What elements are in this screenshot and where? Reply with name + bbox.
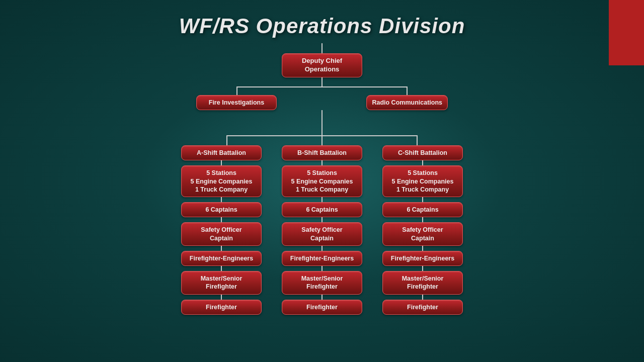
deputy-chief-box: Deputy ChiefOperations [282, 53, 362, 77]
a-master-senior-box: Master/SeniorFirefighter [181, 271, 262, 295]
b-firefighter-engineers-box: Firefighter-Engineers [282, 251, 362, 266]
b-master-senior-box: Master/SeniorFirefighter [282, 271, 362, 295]
a-firefighter-box: Firefighter [181, 300, 262, 315]
c-captains-box: 6 Captains [382, 202, 463, 217]
c-firefighter-box: Firefighter [382, 300, 463, 315]
c-firefighter-engineers-box: Firefighter-Engineers [382, 251, 463, 266]
a-stations-box: 5 Stations5 Engine Companies1 Truck Comp… [181, 165, 262, 197]
b-shift-battalion-box: B-Shift Battalion [282, 145, 362, 160]
b-firefighter-box: Firefighter [282, 300, 362, 315]
battalions-row: A-Shift Battalion 5 Stations5 Engine Com… [176, 145, 468, 315]
c-master-senior-box: Master/SeniorFirefighter [382, 271, 463, 295]
connector-deputy-down [321, 43, 323, 53]
page-title: WF/RS Operations Division [0, 0, 644, 38]
connector-mid-down [176, 110, 468, 125]
c-shift-col: C-Shift Battalion 5 Stations5 Engine Com… [377, 145, 468, 315]
fire-investigations-box: Fire Investigations [196, 95, 277, 110]
b-captains-box: 6 Captains [282, 202, 362, 217]
connector-bat-split [176, 125, 468, 145]
org-chart: Deputy ChiefOperations Fire Investigatio… [0, 43, 644, 315]
c-shift-battalion-box: C-Shift Battalion [382, 145, 463, 160]
radio-communications-box: Radio Communications [366, 95, 448, 110]
connector-side-split [196, 77, 448, 95]
a-shift-battalion-box: A-Shift Battalion [181, 145, 262, 160]
b-stations-box: 5 Stations5 Engine Companies1 Truck Comp… [282, 165, 362, 197]
c-stations-box: 5 Stations5 Engine Companies1 Truck Comp… [382, 165, 463, 197]
a-captains-box: 6 Captains [181, 202, 262, 217]
corner-accent [609, 0, 644, 65]
a-safety-officer-box: Safety OfficerCaptain [181, 222, 262, 246]
c-safety-officer-box: Safety OfficerCaptain [382, 222, 463, 246]
b-shift-col: B-Shift Battalion 5 Stations5 Engine Com… [277, 145, 367, 315]
b-safety-officer-box: Safety OfficerCaptain [282, 222, 362, 246]
a-firefighter-engineers-box: Firefighter-Engineers [181, 251, 262, 266]
a-shift-col: A-Shift Battalion 5 Stations5 Engine Com… [176, 145, 267, 315]
